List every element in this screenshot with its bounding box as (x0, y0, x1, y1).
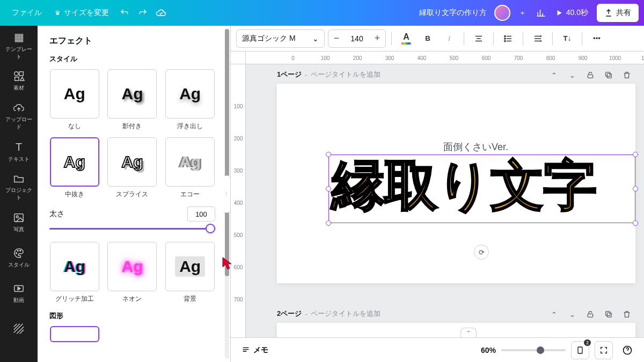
play-icon (555, 9, 563, 17)
horizontal-ruler: 0 100 200 300 400 500 600 700 800 900 10… (246, 51, 644, 64)
undo-button[interactable] (115, 4, 134, 22)
svg-rect-11 (588, 75, 592, 78)
fullscreen-button[interactable] (595, 341, 613, 359)
sidebar-item-photos[interactable]: 写真 (0, 205, 38, 240)
bold-button[interactable]: B (419, 29, 437, 48)
sidebar-item-projects[interactable]: プロジェクト (0, 169, 38, 205)
page-duplicate-button[interactable] (601, 307, 616, 322)
sidebar-item-text[interactable]: Tテキスト (0, 134, 38, 169)
svg-rect-15 (607, 313, 611, 317)
page-lock-button[interactable] (583, 307, 598, 322)
style-grid-2: Agグリッチ加工 Agネオン Ag背景 (49, 242, 215, 304)
vertical-text-button[interactable]: T↓ (558, 29, 576, 48)
svg-point-0 (14, 72, 18, 76)
file-menu-button[interactable]: ファイル (5, 4, 48, 22)
style-tile-background[interactable]: Ag背景 (165, 242, 215, 304)
page-delete-button[interactable] (619, 307, 634, 322)
style-tile-shadow[interactable]: Ag影付き (107, 69, 158, 131)
sidebar-item-video[interactable]: 動画 (0, 276, 38, 311)
thickness-input[interactable]: 100 (187, 206, 215, 221)
style-tile-hollow[interactable]: Ag中抜き (49, 137, 100, 199)
style-tile-neon[interactable]: Agネオン (107, 242, 158, 304)
sidebar-item-label: 動画 (13, 297, 24, 304)
svg-rect-16 (606, 312, 610, 316)
avatar[interactable] (494, 5, 510, 21)
topbar: ファイル ♛サイズを変更 縁取り文字の作り方 ＋ 40.0秒 共有 (0, 0, 644, 26)
svg-rect-14 (588, 314, 592, 317)
resize-button[interactable]: ♛サイズを変更 (48, 4, 115, 22)
style-tile-echo[interactable]: Agエコー (165, 137, 215, 199)
text-color-button[interactable]: A (397, 29, 415, 48)
page2-tools: ⌃ ⌄ (546, 307, 634, 322)
page-duplicate-button[interactable] (601, 68, 616, 83)
shape-tile[interactable] (49, 326, 100, 342)
help-button[interactable] (618, 341, 636, 359)
palette-icon (13, 247, 25, 259)
sidebar-item-styles[interactable]: スタイル (0, 240, 38, 276)
style-tile-none[interactable]: Agなし (49, 69, 100, 131)
selection-box[interactable] (328, 154, 635, 223)
page-delete-button[interactable] (619, 68, 634, 83)
svg-rect-1 (19, 72, 23, 76)
font-size-decrease[interactable]: − (328, 30, 345, 47)
font-size-increase[interactable]: + (369, 30, 385, 47)
add-member-button[interactable]: ＋ (514, 4, 532, 22)
list-button[interactable] (499, 29, 517, 48)
page-move-up-button[interactable]: ⌃ (546, 307, 561, 322)
font-size-input[interactable]: 140 (345, 34, 369, 43)
italic-button[interactable]: I (440, 29, 458, 48)
vertical-ruler: 100 200 300 400 500 600 700 (231, 64, 246, 337)
canvas-stage[interactable]: 1ページ - ページタイトルを追加 ⌃ ⌄ 面倒くさいVer. 縁取り文字 ⟳ … (246, 64, 644, 337)
document-title[interactable]: 縁取り文字の作り方 (419, 8, 487, 18)
panel-title: エフェクト (49, 35, 215, 47)
insights-button[interactable] (532, 4, 550, 22)
sidebar-item-elements[interactable]: 素材 (0, 63, 38, 99)
svg-rect-17 (578, 347, 582, 353)
resize-label: サイズを変更 (64, 8, 109, 18)
panel-collapse-button[interactable]: 〉 (224, 175, 231, 213)
page-count-button[interactable]: 2 (571, 341, 589, 359)
sidebar-item-uploads[interactable]: アップロード (0, 99, 38, 134)
page1-header[interactable]: 1ページ - ページタイトルを追加 (277, 70, 380, 79)
timeline-toggle-button[interactable]: ⌃ (460, 328, 477, 337)
cloud-upload-icon (13, 102, 25, 114)
svg-point-10 (504, 40, 506, 41)
zoom-label[interactable]: 60% (481, 346, 496, 354)
page2-header[interactable]: 2ページ - ページタイトルを追加 (277, 309, 380, 319)
svg-point-8 (504, 35, 506, 36)
style-tile-lift[interactable]: Ag浮き出し (165, 69, 215, 131)
thickness-slider[interactable] (49, 224, 215, 233)
bottom-bar: メモ 60% 2 (231, 337, 644, 362)
page-lock-button[interactable] (583, 68, 598, 83)
font-size-stepper: − 140 + (328, 29, 386, 48)
page-move-up-button[interactable]: ⌃ (546, 68, 561, 83)
sidebar-item-label: 素材 (13, 84, 24, 92)
notes-button[interactable]: メモ (238, 345, 272, 356)
zoom-slider[interactable] (501, 349, 566, 351)
rotate-handle[interactable]: ⟳ (474, 245, 489, 260)
text-icon: T (16, 141, 22, 153)
share-button[interactable]: 共有 (597, 4, 639, 22)
cloud-status-icon[interactable] (152, 4, 170, 22)
thickness-row: 太さ 100 (49, 206, 215, 221)
sidebar-item-more[interactable] (0, 311, 38, 346)
video-icon (13, 283, 25, 294)
elements-icon (13, 70, 25, 82)
page-move-down-button[interactable]: ⌄ (565, 68, 580, 83)
hatch-icon (13, 323, 25, 335)
font-select[interactable]: 源真ゴシック M⌄ (236, 29, 325, 48)
page1-tools: ⌃ ⌄ (546, 68, 634, 83)
align-button[interactable] (470, 29, 488, 48)
style-tile-splice[interactable]: Agスプライス (107, 137, 158, 199)
svg-rect-12 (607, 73, 611, 78)
sidebar-item-label: スタイル (8, 261, 30, 269)
style-tile-glitch[interactable]: Agグリッチ加工 (49, 242, 100, 304)
more-button[interactable]: ••• (588, 29, 606, 48)
page-2[interactable] (277, 323, 635, 337)
redo-button[interactable] (134, 4, 152, 22)
sidebar-item-templates[interactable]: ▦テンプレート (0, 28, 38, 63)
page-move-down-button[interactable]: ⌄ (565, 307, 580, 322)
ruler-origin (231, 51, 246, 64)
spacing-button[interactable] (529, 29, 547, 48)
present-button[interactable]: 40.0秒 (550, 4, 594, 22)
